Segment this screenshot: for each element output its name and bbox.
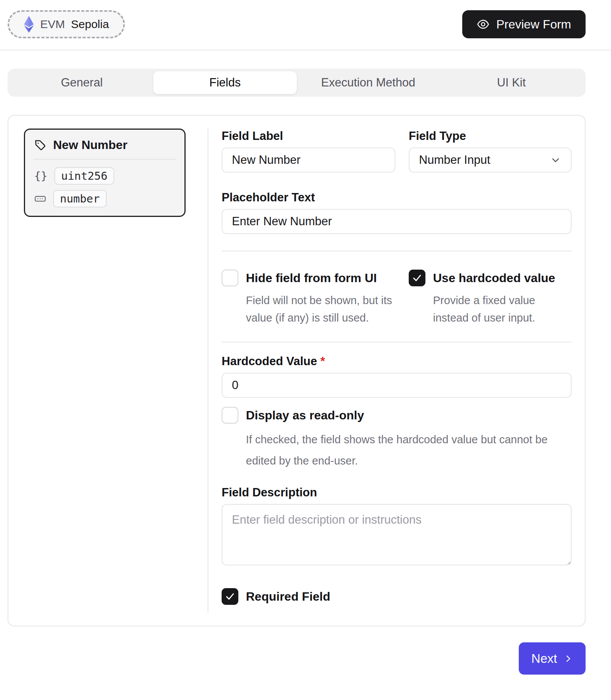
top-bar: EVM Sepolia Preview Form <box>8 11 586 38</box>
use-hardcoded-description: Provide a fixed value instead of user in… <box>409 292 572 326</box>
ui-kind-badge: number <box>53 190 107 207</box>
card-divider <box>33 159 176 160</box>
use-hardcoded-label[interactable]: Use hardcoded value <box>433 271 555 285</box>
section-divider-2 <box>222 342 572 342</box>
tab-fields[interactable]: Fields <box>153 71 296 94</box>
hide-field-label[interactable]: Hide field from form UI <box>246 271 377 285</box>
chevron-down-icon <box>550 154 561 166</box>
header-divider <box>0 50 611 50</box>
chain-label: EVM <box>40 18 65 31</box>
network-name: Sepolia <box>71 18 109 31</box>
hide-field-description: Field will not be shown, but its value (… <box>222 292 395 326</box>
field-card-new-number[interactable]: New Number {} uint256 number <box>24 129 186 217</box>
ethereum-icon <box>24 16 34 33</box>
required-asterisk: * <box>320 355 325 368</box>
field-settings-column: Field Label Field Type Number Input Plac… <box>208 129 585 626</box>
field-type-value: Number Input <box>419 153 490 167</box>
tab-ui-kit[interactable]: UI Kit <box>440 71 583 94</box>
next-button[interactable]: Next <box>519 642 586 675</box>
fields-panel: New Number {} uint256 number <box>8 115 586 626</box>
next-button-label: Next <box>531 651 557 666</box>
tag-icon <box>34 139 46 151</box>
hardcoded-value-input[interactable] <box>222 373 572 398</box>
required-field-checkbox[interactable] <box>222 588 238 605</box>
solidity-type-badge: uint256 <box>54 167 114 185</box>
chevron-right-icon <box>563 654 573 664</box>
display-readonly-checkbox[interactable] <box>222 407 238 424</box>
display-readonly-description: If checked, the field shows the hardcode… <box>222 429 572 471</box>
hardcoded-value-label: Hardcoded Value * <box>222 354 572 369</box>
field-description-label: Field Description <box>222 485 572 500</box>
use-hardcoded-checkbox[interactable] <box>409 270 425 286</box>
field-type-label: Field Type <box>409 129 572 144</box>
tab-execution-method[interactable]: Execution Method <box>297 71 440 94</box>
tab-bar: General Fields Execution Method UI Kit <box>8 69 586 97</box>
field-label-input[interactable] <box>222 148 395 173</box>
field-card-title: New Number <box>53 138 128 152</box>
braces-icon: {} <box>34 170 47 182</box>
field-type-select[interactable]: Number Input <box>409 148 572 173</box>
tab-general[interactable]: General <box>10 71 153 94</box>
field-description-textarea[interactable] <box>222 504 572 565</box>
placeholder-text-input[interactable] <box>222 209 572 234</box>
section-divider <box>222 251 572 251</box>
footer-row: Next <box>8 642 586 675</box>
field-list-column: New Number {} uint256 number <box>8 129 197 626</box>
placeholder-text-label: Placeholder Text <box>222 190 572 205</box>
network-badge[interactable]: EVM Sepolia <box>8 10 125 38</box>
field-label-label: Field Label <box>222 129 395 144</box>
display-readonly-label[interactable]: Display as read-only <box>246 408 364 422</box>
preview-form-label: Preview Form <box>496 17 571 31</box>
input-field-icon <box>34 193 46 205</box>
required-field-label[interactable]: Required Field <box>246 590 330 604</box>
preview-form-button[interactable]: Preview Form <box>462 10 586 38</box>
hide-field-checkbox[interactable] <box>222 270 238 286</box>
eye-icon <box>477 18 490 31</box>
